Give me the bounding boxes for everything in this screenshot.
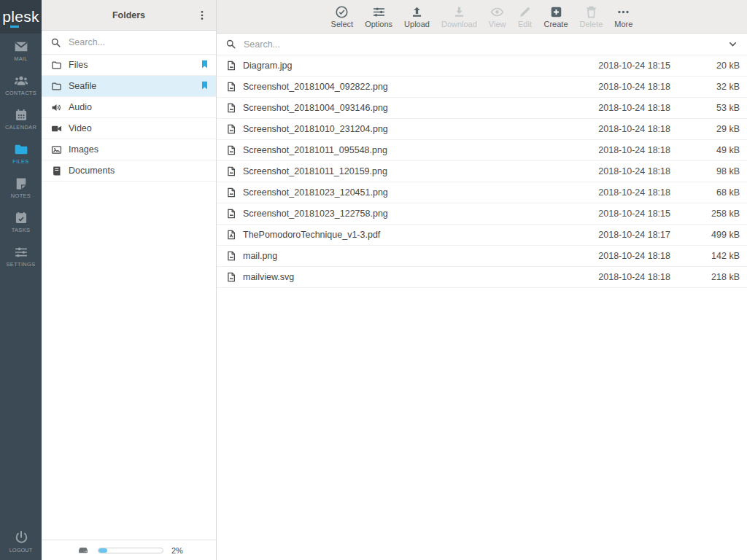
file-name: Screenshot_20181011_095548.png <box>243 145 584 155</box>
sliders-icon <box>372 5 386 19</box>
folder-item-audio[interactable]: Audio <box>42 97 216 118</box>
logout-button[interactable]: LOGOUT <box>0 529 42 560</box>
file-image-icon <box>226 145 236 155</box>
options-button[interactable]: Options <box>359 5 398 28</box>
sidebar-item-notes[interactable]: NOTES <box>0 171 42 205</box>
sidebar-item-label: SETTINGS <box>7 261 36 268</box>
file-row[interactable]: Diagram.jpg 2018-10-24 18:15 20 kB <box>217 55 747 77</box>
video-camera-icon <box>51 123 62 134</box>
file-row[interactable]: Screenshot_20181011_095548.png 2018-10-2… <box>217 140 747 161</box>
file-row[interactable]: ThePomodoroTechnique_v1-3.pdf 2018-10-24… <box>217 225 747 246</box>
sidebar-item-calendar[interactable]: CALENDAR <box>0 102 42 136</box>
folder-icon <box>51 60 62 71</box>
create-button-label: Create <box>544 20 568 28</box>
file-row[interactable]: Screenshot_20181023_120451.png 2018-10-2… <box>217 182 747 203</box>
sidebar-item-label: TASKS <box>12 227 31 233</box>
folder-item-files[interactable]: Files <box>42 55 216 76</box>
folders-panel-header: Folders <box>42 0 216 31</box>
file-modified: 2018-10-24 18:15 <box>590 209 670 219</box>
pencil-icon <box>518 5 532 19</box>
file-size: 98 kB <box>677 166 740 176</box>
file-image-icon <box>226 61 236 71</box>
folder-label: Seafile <box>69 81 96 91</box>
kebab-menu-icon <box>196 9 208 21</box>
bookmark-icon[interactable] <box>200 59 209 71</box>
file-image-icon <box>226 103 236 113</box>
folder-label: Files <box>69 60 88 70</box>
file-size: 218 kB <box>677 272 740 282</box>
sidebar-item-label: CONTACTS <box>5 90 36 96</box>
storage-progress-fill <box>98 548 107 553</box>
plesk-logo-text: plesk <box>2 8 39 26</box>
notes-icon <box>13 176 29 191</box>
folder-item-documents[interactable]: Documents <box>42 160 216 182</box>
file-image-icon <box>226 187 236 198</box>
file-size: 68 kB <box>677 187 740 198</box>
files-main-panel: Select Options Upload Download View Edit <box>217 0 747 560</box>
folder-item-seafile[interactable]: Seafile <box>42 76 216 97</box>
file-image-icon <box>226 251 236 261</box>
file-list: Diagram.jpg 2018-10-24 18:15 20 kB Scree… <box>217 55 747 560</box>
sidebar-item-label: MAIL <box>14 55 28 62</box>
file-image-icon <box>226 124 236 134</box>
file-name: mail.png <box>243 251 584 261</box>
files-search-row <box>217 34 747 55</box>
disk-drive-icon <box>77 545 90 556</box>
files-search-input[interactable] <box>242 39 721 50</box>
file-image-icon <box>226 272 236 282</box>
app-sidebar: plesk MAIL CONTACTS CALENDAR FILES <box>0 0 42 560</box>
file-row[interactable]: Screenshot_20181010_231204.png 2018-10-2… <box>217 119 747 140</box>
sidebar-item-mail[interactable]: MAIL <box>0 34 42 68</box>
select-button-label: Select <box>331 20 354 28</box>
file-size: 258 kB <box>677 209 740 219</box>
folders-search-input[interactable] <box>67 36 207 48</box>
folder-label: Video <box>69 123 92 133</box>
file-modified: 2018-10-24 18:18 <box>590 166 670 176</box>
settings-icon <box>13 245 29 260</box>
folders-menu-button[interactable] <box>193 6 212 25</box>
folder-item-images[interactable]: Images <box>42 139 216 160</box>
folder-item-video[interactable]: Video <box>42 118 216 139</box>
file-modified: 2018-10-24 18:18 <box>590 82 670 92</box>
sidebar-item-label: NOTES <box>11 192 31 199</box>
edit-button-label: Edit <box>518 20 532 28</box>
download-button-label: Download <box>441 20 477 28</box>
storage-usage-bar: 2% <box>42 540 216 560</box>
bookmark-icon[interactable] <box>200 80 209 93</box>
sidebar-item-tasks[interactable]: TASKS <box>0 205 42 239</box>
more-button[interactable]: More <box>608 5 638 28</box>
file-row[interactable]: Screenshot_20181004_093146.png 2018-10-2… <box>217 98 747 119</box>
sidebar-item-contacts[interactable]: CONTACTS <box>0 68 42 102</box>
folders-search-row <box>42 31 216 55</box>
file-modified: 2018-10-24 18:18 <box>590 272 670 282</box>
file-size: 29 kB <box>677 124 740 134</box>
file-modified: 2018-10-24 18:17 <box>590 230 670 240</box>
sidebar-item-label: FILES <box>12 158 28 165</box>
upload-button[interactable]: Upload <box>398 5 436 28</box>
storage-percent-label: 2% <box>171 546 183 555</box>
folder-icon <box>51 81 62 92</box>
file-row[interactable]: Screenshot_20181011_120159.png 2018-10-2… <box>217 161 747 182</box>
file-row[interactable]: mail.png 2018-10-24 18:18 142 kB <box>217 246 747 267</box>
check-circle-icon <box>335 5 349 19</box>
file-row[interactable]: Screenshot_20181004_092822.png 2018-10-2… <box>217 77 747 98</box>
book-icon <box>51 166 62 176</box>
folder-label: Documents <box>69 166 115 176</box>
audio-speaker-icon <box>51 102 62 113</box>
chevron-down-icon[interactable] <box>727 39 738 50</box>
contacts-icon <box>13 74 29 88</box>
download-icon <box>452 5 466 19</box>
file-image-icon <box>226 82 236 92</box>
plus-square-icon <box>549 5 563 19</box>
view-button-label: View <box>489 20 506 28</box>
folders-panel-title: Folders <box>112 10 145 20</box>
file-row[interactable]: Screenshot_20181023_122758.png 2018-10-2… <box>217 203 747 225</box>
file-row[interactable]: mailview.svg 2018-10-24 18:18 218 kB <box>217 267 747 288</box>
select-button[interactable]: Select <box>325 5 360 28</box>
delete-button: Delete <box>574 5 609 28</box>
folder-label: Images <box>69 144 98 155</box>
sidebar-item-settings[interactable]: SETTINGS <box>0 239 42 273</box>
plesk-logo[interactable]: plesk <box>0 0 42 34</box>
sidebar-item-files[interactable]: FILES <box>0 136 42 171</box>
create-button[interactable]: Create <box>538 5 574 28</box>
